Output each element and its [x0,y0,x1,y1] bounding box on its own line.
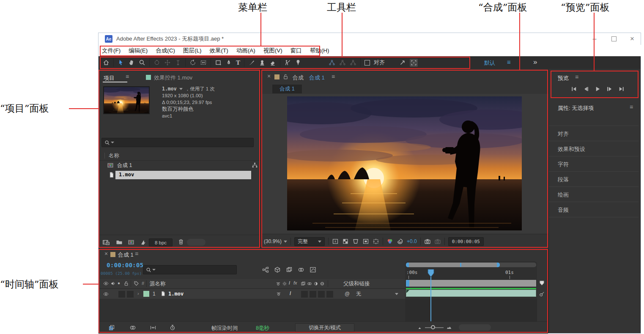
comp-flowchart-icon[interactable] [262,266,269,273]
show-snapshot-icon[interactable] [434,238,441,245]
layer-switch-cell[interactable] [301,291,308,298]
clone-stamp-tool-icon[interactable] [259,59,266,66]
layer-shy-toggle-icon[interactable] [276,291,281,296]
new-folder-icon[interactable] [116,239,123,246]
timeline-search-input[interactable] [143,265,237,274]
layer-switch-cell[interactable] [310,291,316,298]
local-axis-mode-icon[interactable] [329,59,335,66]
stacked-panel-character[interactable]: 字符 [558,161,569,168]
comp-marker-bin-icon[interactable] [539,280,545,286]
frame-blend-column-icon[interactable] [301,281,306,286]
parent-pickwhip-icon[interactable]: @ [345,291,350,297]
project-panel-menu-icon[interactable]: ≡ [126,74,129,79]
playhead-marker[interactable] [427,269,435,277]
video-column-icon[interactable] [103,281,109,286]
world-axis-mode-icon[interactable] [339,59,346,66]
layer-video-eye-icon[interactable] [103,291,109,297]
adjustment-column-icon[interactable] [313,281,318,286]
toggle-switches-modes-button[interactable]: 切换开关/模式 [295,323,354,332]
trash-icon[interactable] [178,238,184,245]
resolution-dropdown[interactable]: 完整 [294,237,325,246]
footage-info-name[interactable]: 1.mov [162,85,177,92]
timeline-scroll-pill[interactable] [459,324,491,331]
layer-label-chip[interactable] [143,291,149,297]
view-axis-mode-icon[interactable] [350,59,356,66]
menu-edit[interactable]: 编辑(E) [129,47,148,55]
dolly-camera-tool-icon[interactable] [175,59,181,66]
parent-dropdown[interactable]: 无 [354,290,401,298]
work-area-start-handle[interactable] [406,280,409,287]
channel-color-icon[interactable] [386,238,393,245]
shy-column-icon[interactable] [276,281,281,286]
layer-switch-cell[interactable] [127,291,134,298]
zoom-in-mountain-icon[interactable] [447,325,452,330]
graph-editor-icon[interactable] [310,266,316,273]
stacked-panel-effects-presets[interactable]: 效果和预设 [558,145,585,153]
lock-column-icon[interactable] [123,281,129,286]
stacked-panel-paragraph[interactable]: 段落 [558,176,569,183]
layer-quality-toggle[interactable]: / [290,290,291,296]
nav-bar-end-handle[interactable] [497,263,500,267]
layer-switch-cell[interactable] [318,291,325,298]
grid-guides-icon[interactable] [362,238,369,245]
previous-frame-button[interactable] [583,86,589,92]
composition-preview-image[interactable] [287,96,522,230]
nav-bar-start-handle[interactable] [406,263,409,267]
comp-timecode-field[interactable]: 0:00:00:05 [448,237,484,246]
layer-duration-bar[interactable] [406,290,536,297]
tab-effect-controls[interactable]: 效果控件 1.mov [154,74,192,82]
timeline-panel-menu-icon[interactable]: ≡ [135,251,138,257]
exposure-value[interactable]: +0.0 [407,238,417,244]
audio-column-icon[interactable] [110,281,116,286]
reset-exposure-icon[interactable] [397,238,403,245]
project-row-footage[interactable]: 1.mov [99,170,260,180]
name-column-header[interactable]: 名称 [109,152,119,159]
project-settings-icon[interactable] [140,239,147,246]
preview-panel-title[interactable]: 预览 [558,74,569,82]
close-button[interactable]: × [624,35,641,43]
menu-view[interactable]: 视图(V) [263,47,282,55]
zoom-tool-icon[interactable] [139,59,145,66]
tab-project[interactable]: 项目 [104,74,115,82]
comp-tab-close-icon[interactable]: × [267,73,271,79]
motion-blur-column-icon[interactable] [307,281,312,286]
puppet-pin-tool-icon[interactable] [295,59,301,66]
snap-checkbox[interactable] [364,60,370,66]
stacked-panel-audio[interactable]: 音频 [558,206,569,214]
menu-composition[interactable]: 合成(C) [156,47,175,55]
menu-layer[interactable]: 图层(L) [183,47,202,55]
quality-column-icon[interactable]: / [289,280,290,285]
timeline-track-empty[interactable] [405,299,537,321]
rotation-tool-icon[interactable] [189,59,196,66]
comp-network-icon[interactable] [252,162,258,168]
menu-help[interactable]: 帮助(H) [310,47,329,55]
comp-viewer-tab[interactable]: 合成 1 [272,85,302,93]
label-column-icon[interactable] [134,281,139,286]
frame-blend-icon[interactable] [286,266,293,273]
timeline-timecode[interactable]: 0:00:00:05 [107,262,143,268]
properties-panel-menu-icon[interactable]: ≡ [630,104,633,110]
playhead-line[interactable] [430,277,431,321]
properties-panel-label[interactable]: 属性: 无选择项 [558,104,594,112]
stacked-panel-align[interactable]: 对齐 [558,130,569,138]
render-time-pane-icon[interactable] [169,324,176,331]
bit-depth-button[interactable]: 8 bpc [149,238,173,246]
layer-expand-arrow[interactable]: › [137,291,139,296]
last-frame-button[interactable] [618,86,625,92]
orbit-camera-tool-icon[interactable] [153,59,160,66]
mask-visibility-icon[interactable] [352,238,359,245]
comp-panel-menu-icon[interactable]: ≡ [332,74,335,79]
workspace-name[interactable]: 默认 [484,59,495,67]
new-composition-icon[interactable] [128,239,134,246]
menu-window[interactable]: 窗口 [290,47,302,55]
footer-scroll-pill[interactable] [187,239,206,246]
timeline-tab-name[interactable]: 合成 1 [118,251,134,259]
comp-tab-lock-icon[interactable] [282,74,289,80]
footage-thumbnail[interactable] [103,86,150,114]
layer-switch-cell[interactable] [118,291,125,298]
search-options-caret-icon[interactable] [111,142,114,143]
magnification-dropdown[interactable]: (30.9%) [264,238,287,244]
next-frame-button[interactable] [606,86,613,92]
nav-bar-range[interactable] [406,263,500,267]
inout-pane-icon[interactable] [150,324,156,331]
